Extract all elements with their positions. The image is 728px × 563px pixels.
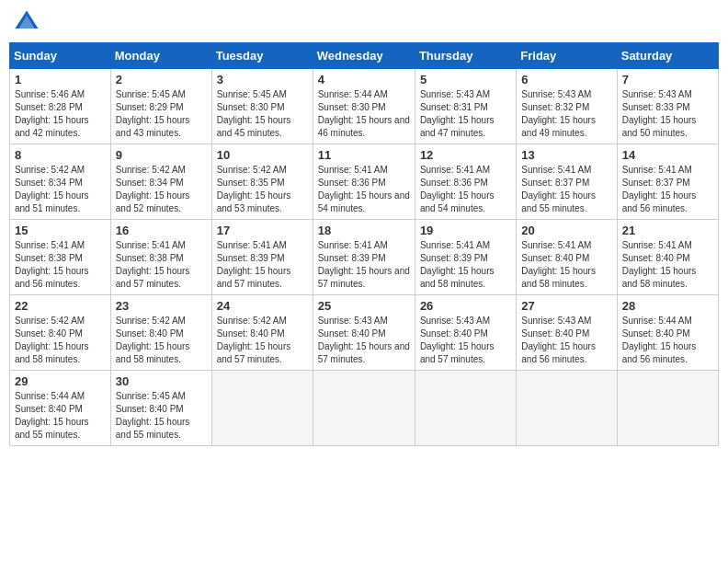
calendar-week-1: 1Sunrise: 5:46 AMSunset: 8:28 PMDaylight…	[10, 69, 719, 144]
day-info: Sunrise: 5:41 AMSunset: 8:39 PMDaylight:…	[217, 239, 308, 291]
day-info: Sunrise: 5:41 AMSunset: 8:39 PMDaylight:…	[420, 239, 511, 291]
calendar-cell: 19Sunrise: 5:41 AMSunset: 8:39 PMDayligh…	[415, 220, 516, 295]
day-info: Sunrise: 5:45 AMSunset: 8:29 PMDaylight:…	[116, 88, 207, 140]
day-info: Sunrise: 5:42 AMSunset: 8:40 PMDaylight:…	[217, 315, 308, 366]
calendar-cell: 17Sunrise: 5:41 AMSunset: 8:39 PMDayligh…	[211, 220, 313, 295]
calendar-cell: 28Sunrise: 5:44 AMSunset: 8:40 PMDayligh…	[617, 295, 718, 371]
day-info: Sunrise: 5:42 AMSunset: 8:34 PMDaylight:…	[116, 164, 207, 215]
calendar-cell: 15Sunrise: 5:41 AMSunset: 8:38 PMDayligh…	[10, 220, 111, 295]
day-info: Sunrise: 5:41 AMSunset: 8:36 PMDaylight:…	[420, 164, 511, 215]
weekday-header-sunday: Sunday	[10, 43, 111, 69]
calendar-cell	[313, 371, 415, 446]
calendar-cell: 6Sunrise: 5:43 AMSunset: 8:32 PMDaylight…	[517, 69, 617, 144]
day-info: Sunrise: 5:44 AMSunset: 8:40 PMDaylight:…	[622, 315, 713, 366]
day-number: 27	[521, 299, 611, 313]
day-number: 4	[318, 73, 410, 86]
day-number: 3	[217, 73, 308, 86]
day-info: Sunrise: 5:41 AMSunset: 8:39 PMDaylight:…	[318, 239, 410, 291]
calendar-week-3: 15Sunrise: 5:41 AMSunset: 8:38 PMDayligh…	[10, 220, 719, 295]
day-info: Sunrise: 5:41 AMSunset: 8:38 PMDaylight:…	[15, 239, 106, 291]
day-number: 7	[622, 73, 713, 86]
calendar-cell: 8Sunrise: 5:42 AMSunset: 8:34 PMDaylight…	[10, 144, 111, 220]
day-number: 21	[622, 224, 713, 237]
day-info: Sunrise: 5:43 AMSunset: 8:40 PMDaylight:…	[521, 315, 611, 366]
day-number: 29	[15, 374, 106, 388]
day-info: Sunrise: 5:43 AMSunset: 8:33 PMDaylight:…	[622, 88, 713, 140]
calendar-cell: 26Sunrise: 5:43 AMSunset: 8:40 PMDayligh…	[415, 295, 516, 371]
day-info: Sunrise: 5:41 AMSunset: 8:37 PMDaylight:…	[622, 164, 713, 215]
day-number: 20	[521, 224, 611, 237]
page-header	[9, 9, 719, 35]
day-number: 16	[116, 224, 207, 237]
calendar-cell: 11Sunrise: 5:41 AMSunset: 8:36 PMDayligh…	[313, 144, 415, 220]
calendar-table: SundayMondayTuesdayWednesdayThursdayFrid…	[9, 42, 719, 446]
calendar-cell: 29Sunrise: 5:44 AMSunset: 8:40 PMDayligh…	[10, 371, 111, 446]
calendar-cell: 21Sunrise: 5:41 AMSunset: 8:40 PMDayligh…	[617, 220, 718, 295]
day-number: 17	[217, 224, 308, 237]
calendar-cell: 3Sunrise: 5:45 AMSunset: 8:30 PMDaylight…	[211, 69, 313, 144]
logo	[14, 9, 43, 35]
day-number: 11	[318, 148, 410, 162]
calendar-cell: 4Sunrise: 5:44 AMSunset: 8:30 PMDaylight…	[313, 69, 415, 144]
calendar-cell: 25Sunrise: 5:43 AMSunset: 8:40 PMDayligh…	[313, 295, 415, 371]
calendar-cell: 5Sunrise: 5:43 AMSunset: 8:31 PMDaylight…	[415, 69, 516, 144]
calendar-cell: 2Sunrise: 5:45 AMSunset: 8:29 PMDaylight…	[110, 69, 211, 144]
calendar-week-5: 29Sunrise: 5:44 AMSunset: 8:40 PMDayligh…	[10, 371, 719, 446]
calendar-cell: 1Sunrise: 5:46 AMSunset: 8:28 PMDaylight…	[10, 69, 111, 144]
day-number: 25	[318, 299, 410, 313]
day-info: Sunrise: 5:44 AMSunset: 8:30 PMDaylight:…	[318, 88, 410, 140]
day-info: Sunrise: 5:43 AMSunset: 8:32 PMDaylight:…	[521, 88, 611, 140]
calendar-cell: 20Sunrise: 5:41 AMSunset: 8:40 PMDayligh…	[517, 220, 617, 295]
calendar-cell: 7Sunrise: 5:43 AMSunset: 8:33 PMDaylight…	[617, 69, 718, 144]
day-number: 13	[521, 148, 611, 162]
calendar-week-2: 8Sunrise: 5:42 AMSunset: 8:34 PMDaylight…	[10, 144, 719, 220]
day-number: 26	[420, 299, 511, 313]
day-number: 12	[420, 148, 511, 162]
day-info: Sunrise: 5:42 AMSunset: 8:35 PMDaylight:…	[217, 164, 308, 215]
day-info: Sunrise: 5:42 AMSunset: 8:40 PMDaylight:…	[15, 315, 106, 366]
calendar-cell: 12Sunrise: 5:41 AMSunset: 8:36 PMDayligh…	[415, 144, 516, 220]
weekday-header-saturday: Saturday	[617, 43, 718, 69]
day-number: 9	[116, 148, 207, 162]
day-number: 2	[116, 73, 207, 86]
day-info: Sunrise: 5:41 AMSunset: 8:40 PMDaylight:…	[521, 239, 611, 291]
day-info: Sunrise: 5:43 AMSunset: 8:40 PMDaylight:…	[420, 315, 511, 366]
calendar-cell	[211, 371, 313, 446]
calendar-cell: 9Sunrise: 5:42 AMSunset: 8:34 PMDaylight…	[110, 144, 211, 220]
day-number: 30	[116, 374, 207, 388]
calendar-cell: 18Sunrise: 5:41 AMSunset: 8:39 PMDayligh…	[313, 220, 415, 295]
day-info: Sunrise: 5:42 AMSunset: 8:40 PMDaylight:…	[116, 315, 207, 366]
day-number: 15	[15, 224, 106, 237]
day-number: 28	[622, 299, 713, 313]
day-info: Sunrise: 5:43 AMSunset: 8:40 PMDaylight:…	[318, 315, 410, 366]
day-info: Sunrise: 5:41 AMSunset: 8:37 PMDaylight:…	[521, 164, 611, 215]
day-number: 5	[420, 73, 511, 86]
day-number: 23	[116, 299, 207, 313]
logo-icon	[14, 9, 40, 35]
day-number: 1	[15, 73, 106, 86]
day-number: 8	[15, 148, 106, 162]
day-info: Sunrise: 5:45 AMSunset: 8:40 PMDaylight:…	[116, 390, 207, 442]
day-number: 24	[217, 299, 308, 313]
weekday-header-tuesday: Tuesday	[211, 43, 313, 69]
calendar-cell: 27Sunrise: 5:43 AMSunset: 8:40 PMDayligh…	[517, 295, 617, 371]
calendar-cell: 10Sunrise: 5:42 AMSunset: 8:35 PMDayligh…	[211, 144, 313, 220]
weekday-header-wednesday: Wednesday	[313, 43, 415, 69]
calendar-cell: 30Sunrise: 5:45 AMSunset: 8:40 PMDayligh…	[110, 371, 211, 446]
day-number: 18	[318, 224, 410, 237]
calendar-week-4: 22Sunrise: 5:42 AMSunset: 8:40 PMDayligh…	[10, 295, 719, 371]
day-info: Sunrise: 5:46 AMSunset: 8:28 PMDaylight:…	[15, 88, 106, 140]
calendar-cell	[617, 371, 718, 446]
weekday-header-friday: Friday	[517, 43, 617, 69]
day-number: 10	[217, 148, 308, 162]
calendar-cell: 23Sunrise: 5:42 AMSunset: 8:40 PMDayligh…	[110, 295, 211, 371]
weekday-header-row: SundayMondayTuesdayWednesdayThursdayFrid…	[10, 43, 719, 69]
day-number: 19	[420, 224, 511, 237]
day-number: 22	[15, 299, 106, 313]
day-info: Sunrise: 5:42 AMSunset: 8:34 PMDaylight:…	[15, 164, 106, 215]
day-info: Sunrise: 5:44 AMSunset: 8:40 PMDaylight:…	[15, 390, 106, 442]
day-info: Sunrise: 5:45 AMSunset: 8:30 PMDaylight:…	[217, 88, 308, 140]
calendar-cell	[517, 371, 617, 446]
day-number: 6	[521, 73, 611, 86]
day-number: 14	[622, 148, 713, 162]
